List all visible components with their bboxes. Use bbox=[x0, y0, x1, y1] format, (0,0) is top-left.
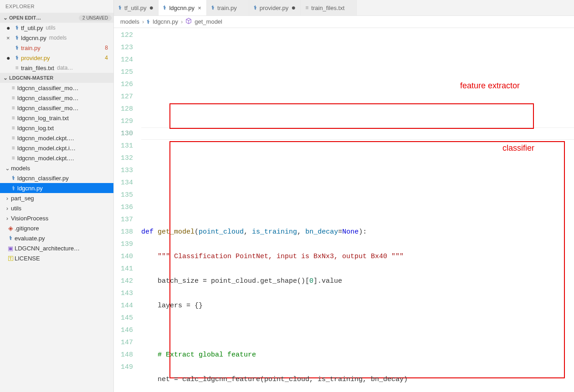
line-number: 135 bbox=[114, 189, 133, 201]
close-icon[interactable]: × bbox=[197, 5, 202, 11]
symbol-method-icon bbox=[185, 18, 192, 25]
file-item[interactable]: ⚿LICENSE bbox=[0, 253, 113, 263]
line-number: 129 bbox=[114, 115, 133, 127]
python-icon: ⚕ bbox=[13, 35, 21, 41]
file-name: ldgcnn_classifier.py bbox=[17, 175, 69, 182]
file-path: data… bbox=[57, 65, 73, 71]
code-line bbox=[141, 201, 574, 214]
file-item[interactable]: ▣LDGCNN_architecture… bbox=[0, 243, 113, 253]
file-item[interactable]: ≡ldgcnn_model.ckpt.… bbox=[0, 153, 113, 163]
tab-label: tf_util.py bbox=[124, 5, 146, 11]
file-item[interactable]: ⚕evaluate.py bbox=[0, 233, 113, 243]
modified-dot-icon: ● bbox=[6, 24, 13, 31]
chevron-down-icon: ⌄ bbox=[2, 75, 9, 81]
folder-name: models bbox=[11, 165, 30, 172]
line-number: 148 bbox=[114, 349, 133, 361]
code-line: net = calc_ldgcnn_feature(point_cloud, i… bbox=[141, 373, 574, 386]
file-name: ldgcnn.py bbox=[17, 185, 43, 192]
editor-main: ⚕ tf_util.py ● ⚕ ldgcnn.py × ⚕ train.py … bbox=[114, 0, 574, 392]
tab-label: train_files.txt bbox=[311, 5, 344, 11]
git-icon: ◈ bbox=[6, 224, 15, 232]
annotation-label: classifier bbox=[502, 142, 534, 154]
folder-name: utils bbox=[11, 205, 21, 212]
tab[interactable]: ⚕ provider.py ● bbox=[249, 0, 301, 15]
line-number: 139 bbox=[114, 238, 133, 250]
breadcrumb-part[interactable]: ldgcnn.py bbox=[153, 18, 178, 25]
code-content[interactable]: feature extractor classifier def get_mod… bbox=[141, 28, 574, 392]
tab-label: provider.py bbox=[260, 5, 289, 11]
error-count: 8 bbox=[105, 45, 108, 51]
file-name: tf_util.py bbox=[21, 25, 43, 31]
file-name: ldgcnn_classifier_mo… bbox=[17, 105, 78, 112]
file-name: train.py bbox=[21, 45, 41, 51]
project-header[interactable]: ⌄ LDGCNN-MASTER bbox=[0, 73, 113, 83]
python-icon: ⚕ bbox=[118, 5, 122, 11]
breadcrumb[interactable]: models › ⚕ ldgcnn.py › get_model bbox=[114, 16, 574, 28]
code-line bbox=[141, 324, 574, 336]
current-line-highlight bbox=[141, 127, 574, 140]
python-icon: ⚕ bbox=[147, 19, 150, 25]
open-editor-item[interactable]: ≡ train_files.txt data… bbox=[0, 63, 113, 73]
open-editors-label: OPEN EDIT… bbox=[9, 15, 41, 20]
tab-active[interactable]: ⚕ ldgcnn.py × bbox=[159, 0, 207, 15]
file-item[interactable]: ⚕ldgcnn_classifier.py bbox=[0, 173, 113, 183]
file-name: ldgcnn_log_train.txt bbox=[17, 115, 69, 122]
code-line: # Extract global feature bbox=[141, 349, 574, 361]
folder-item[interactable]: ›utils bbox=[0, 203, 113, 213]
file-item[interactable]: ◈.gitignore bbox=[0, 223, 113, 233]
file-item[interactable]: ≡ldgcnn_classifier_mo… bbox=[0, 93, 113, 103]
tab[interactable]: ⚕ tf_util.py ● bbox=[114, 0, 159, 15]
file-item[interactable]: ≡ldgcnn_model.ckpt.i… bbox=[0, 143, 113, 153]
file-path: utils bbox=[46, 25, 55, 31]
line-number: 133 bbox=[114, 164, 133, 177]
explorer-sidebar: EXPLORER ⌄ OPEN EDIT… 2 UNSAVED ● ⚕ tf_u… bbox=[0, 0, 114, 392]
editor-tabs: ⚕ tf_util.py ● ⚕ ldgcnn.py × ⚕ train.py … bbox=[114, 0, 574, 16]
chevron-right-icon: › bbox=[4, 205, 11, 212]
file-item[interactable]: ≡ldgcnn_classifier_mo… bbox=[0, 83, 113, 93]
file-item[interactable]: ≡ldgcnn_model.ckpt.… bbox=[0, 133, 113, 143]
tab-label: ldgcnn.py bbox=[169, 5, 195, 11]
open-editors-header[interactable]: ⌄ OPEN EDIT… 2 UNSAVED bbox=[0, 13, 113, 23]
open-editor-item[interactable]: ● ⚕ tf_util.py utils bbox=[0, 23, 113, 33]
folder-item[interactable]: ⌄models bbox=[0, 163, 113, 173]
tab[interactable]: ⚕ train.py bbox=[207, 0, 249, 15]
line-number: 143 bbox=[114, 287, 133, 300]
code-editor[interactable]: 122 123 124 125 126 127 128 129 130 131 … bbox=[114, 28, 574, 392]
close-icon[interactable]: × bbox=[6, 35, 13, 41]
line-number: 146 bbox=[114, 324, 133, 336]
breadcrumb-part[interactable]: models bbox=[120, 18, 139, 25]
code-line: """ Classification PointNet, input is Bx… bbox=[141, 250, 574, 263]
file-name: ldgcnn_model.ckpt.… bbox=[17, 155, 74, 162]
open-editor-item[interactable]: ⚕ train.py 8 bbox=[0, 43, 113, 53]
open-editors-list: ● ⚕ tf_util.py utils × ⚕ ldgcnn.py model… bbox=[0, 23, 113, 73]
text-icon: ≡ bbox=[9, 125, 17, 131]
modified-dot-icon: ● bbox=[291, 4, 296, 12]
license-icon: ⚿ bbox=[6, 255, 15, 262]
file-item[interactable]: ≡ldgcnn_classifier_mo… bbox=[0, 103, 113, 113]
file-item-selected[interactable]: ⚕ldgcnn.py bbox=[0, 183, 113, 193]
python-icon: ⚕ bbox=[13, 45, 21, 51]
file-item[interactable]: ≡ldgcnn_log_train.txt bbox=[0, 113, 113, 123]
annotation-box bbox=[169, 103, 534, 129]
line-number: 147 bbox=[114, 336, 133, 349]
folder-item[interactable]: ›VisionProcess bbox=[0, 213, 113, 223]
file-item[interactable]: ≡ldgcnn_log.txt bbox=[0, 123, 113, 133]
open-editor-item[interactable]: × ⚕ ldgcnn.py models bbox=[0, 33, 113, 43]
tab[interactable]: ≡ train_files.txt bbox=[301, 0, 357, 15]
folder-item[interactable]: ›part_seg bbox=[0, 193, 113, 203]
file-name: .gitignore bbox=[15, 225, 39, 232]
breadcrumb-part[interactable]: get_model bbox=[195, 18, 222, 25]
text-icon: ≡ bbox=[9, 115, 17, 121]
file-name: provider.py bbox=[21, 55, 50, 61]
python-icon: ⚕ bbox=[163, 5, 166, 11]
line-number: 130 bbox=[114, 127, 133, 140]
annotation-label: feature extractor bbox=[460, 80, 520, 92]
code-line: layers = {} bbox=[141, 300, 574, 312]
explorer-title: EXPLORER bbox=[0, 0, 113, 13]
chevron-right-icon: › bbox=[4, 215, 11, 222]
file-name: LICENSE bbox=[15, 255, 40, 262]
open-editor-item[interactable]: ● ⚕ provider.py 4 bbox=[0, 53, 113, 63]
line-number: 136 bbox=[114, 201, 133, 214]
chevron-down-icon: ⌄ bbox=[2, 15, 9, 21]
chevron-right-icon: › bbox=[142, 18, 144, 25]
